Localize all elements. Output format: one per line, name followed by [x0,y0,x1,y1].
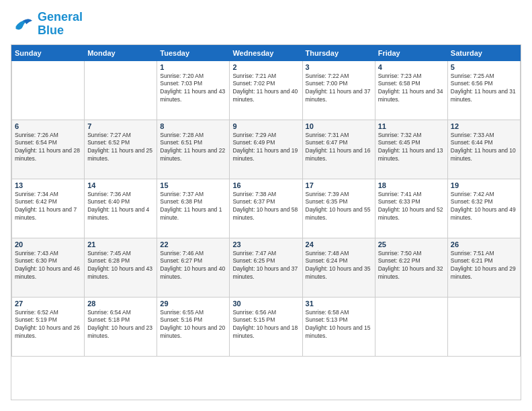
day-number: 28 [87,300,154,308]
calendar-week-4: 20Sunrise: 7:43 AM Sunset: 6:30 PM Dayli… [12,238,521,297]
day-info: Sunrise: 7:42 AM Sunset: 6:32 PM Dayligh… [451,191,517,223]
calendar-cell: 12Sunrise: 7:33 AM Sunset: 6:44 PM Dayli… [447,120,520,179]
day-info: Sunrise: 7:33 AM Sunset: 6:44 PM Dayligh… [451,132,517,164]
calendar-cell: 19Sunrise: 7:42 AM Sunset: 6:32 PM Dayli… [447,179,520,238]
day-info: Sunrise: 7:37 AM Sunset: 6:38 PM Dayligh… [160,191,226,223]
day-number: 10 [306,122,372,130]
day-number: 3 [306,63,372,71]
weekday-tuesday: Tuesday [157,45,230,60]
calendar-cell: 6Sunrise: 7:26 AM Sunset: 6:54 PM Daylig… [12,120,85,179]
weekday-header: SundayMondayTuesdayWednesdayThursdayFrid… [12,45,521,60]
calendar-cell: 4Sunrise: 7:23 AM Sunset: 6:58 PM Daylig… [375,60,447,120]
day-number: 29 [160,300,226,308]
calendar-cell: 29Sunrise: 6:55 AM Sunset: 5:16 PM Dayli… [157,297,230,356]
day-number: 7 [87,122,154,130]
day-info: Sunrise: 7:46 AM Sunset: 6:27 PM Dayligh… [160,250,226,282]
calendar-cell: 30Sunrise: 6:56 AM Sunset: 5:15 PM Dayli… [230,297,302,356]
calendar-cell: 7Sunrise: 7:27 AM Sunset: 6:52 PM Daylig… [85,120,157,179]
day-info: Sunrise: 7:31 AM Sunset: 6:47 PM Dayligh… [306,132,372,164]
calendar-cell: 2Sunrise: 7:21 AM Sunset: 7:02 PM Daylig… [230,60,302,120]
day-number: 14 [87,181,154,189]
day-number: 13 [15,181,81,189]
day-number: 9 [232,122,299,130]
day-info: Sunrise: 7:45 AM Sunset: 6:28 PM Dayligh… [87,250,154,282]
day-info: Sunrise: 7:28 AM Sunset: 6:51 PM Dayligh… [160,132,226,164]
day-number: 25 [378,240,445,248]
calendar-cell: 3Sunrise: 7:22 AM Sunset: 7:00 PM Daylig… [302,60,375,120]
day-info: Sunrise: 7:51 AM Sunset: 6:21 PM Dayligh… [451,250,517,282]
day-info: Sunrise: 6:55 AM Sunset: 5:16 PM Dayligh… [160,309,226,341]
day-info: Sunrise: 7:32 AM Sunset: 6:45 PM Dayligh… [378,132,445,164]
weekday-thursday: Thursday [302,45,375,60]
calendar-cell: 11Sunrise: 7:32 AM Sunset: 6:45 PM Dayli… [375,120,447,179]
day-info: Sunrise: 7:23 AM Sunset: 6:58 PM Dayligh… [378,73,445,105]
day-number: 21 [87,240,154,248]
calendar: SundayMondayTuesdayWednesdayThursdayFrid… [11,44,521,400]
day-info: Sunrise: 7:50 AM Sunset: 6:22 PM Dayligh… [378,250,445,282]
weekday-monday: Monday [85,45,157,60]
day-number: 12 [451,122,517,130]
calendar-week-5: 27Sunrise: 6:52 AM Sunset: 5:19 PM Dayli… [12,297,521,356]
day-number: 26 [451,240,517,248]
calendar-cell: 26Sunrise: 7:51 AM Sunset: 6:21 PM Dayli… [447,238,520,297]
day-number: 15 [160,181,226,189]
weekday-wednesday: Wednesday [230,45,302,60]
day-info: Sunrise: 6:58 AM Sunset: 5:13 PM Dayligh… [306,309,372,341]
day-info: Sunrise: 7:47 AM Sunset: 6:25 PM Dayligh… [232,250,299,282]
day-number: 19 [451,181,517,189]
calendar-cell: 20Sunrise: 7:43 AM Sunset: 6:30 PM Dayli… [12,238,85,297]
page: General Blue SundayMondayTuesdayWednesda… [0,0,532,411]
logo-text: General Blue [38,11,83,38]
calendar-week-1: 1Sunrise: 7:20 AM Sunset: 7:03 PM Daylig… [12,60,521,120]
calendar-cell: 13Sunrise: 7:34 AM Sunset: 6:42 PM Dayli… [12,179,85,238]
calendar-cell [12,60,85,120]
calendar-cell: 14Sunrise: 7:36 AM Sunset: 6:40 PM Dayli… [85,179,157,238]
calendar-cell: 9Sunrise: 7:29 AM Sunset: 6:49 PM Daylig… [230,120,302,179]
day-info: Sunrise: 6:52 AM Sunset: 5:19 PM Dayligh… [15,309,81,341]
calendar-cell [85,60,157,120]
day-number: 16 [232,181,299,189]
calendar-cell: 17Sunrise: 7:39 AM Sunset: 6:35 PM Dayli… [302,179,375,238]
calendar-cell: 10Sunrise: 7:31 AM Sunset: 6:47 PM Dayli… [302,120,375,179]
logo-icon [11,15,35,34]
day-number: 17 [306,181,372,189]
day-number: 23 [232,240,299,248]
day-info: Sunrise: 7:38 AM Sunset: 6:37 PM Dayligh… [232,191,299,223]
weekday-sunday: Sunday [12,45,85,60]
calendar-cell: 25Sunrise: 7:50 AM Sunset: 6:22 PM Dayli… [375,238,447,297]
day-number: 4 [378,63,445,71]
day-info: Sunrise: 7:43 AM Sunset: 6:30 PM Dayligh… [15,250,81,282]
day-number: 1 [160,63,226,71]
calendar-cell: 18Sunrise: 7:41 AM Sunset: 6:33 PM Dayli… [375,179,447,238]
calendar-cell: 15Sunrise: 7:37 AM Sunset: 6:38 PM Dayli… [157,179,230,238]
calendar-cell: 1Sunrise: 7:20 AM Sunset: 7:03 PM Daylig… [157,60,230,120]
calendar-cell: 27Sunrise: 6:52 AM Sunset: 5:19 PM Dayli… [12,297,85,356]
day-info: Sunrise: 7:22 AM Sunset: 7:00 PM Dayligh… [306,73,372,105]
day-number: 22 [160,240,226,248]
day-number: 8 [160,122,226,130]
calendar-cell: 21Sunrise: 7:45 AM Sunset: 6:28 PM Dayli… [85,238,157,297]
day-info: Sunrise: 7:39 AM Sunset: 6:35 PM Dayligh… [306,191,372,223]
calendar-cell [375,297,447,356]
calendar-cell: 23Sunrise: 7:47 AM Sunset: 6:25 PM Dayli… [230,238,302,297]
calendar-week-2: 6Sunrise: 7:26 AM Sunset: 6:54 PM Daylig… [12,120,521,179]
calendar-cell: 16Sunrise: 7:38 AM Sunset: 6:37 PM Dayli… [230,179,302,238]
calendar-body: 1Sunrise: 7:20 AM Sunset: 7:03 PM Daylig… [12,60,521,356]
day-number: 31 [306,300,372,308]
calendar-cell: 31Sunrise: 6:58 AM Sunset: 5:13 PM Dayli… [302,297,375,356]
day-number: 11 [378,122,445,130]
day-number: 2 [232,63,299,71]
day-info: Sunrise: 6:56 AM Sunset: 5:15 PM Dayligh… [232,309,299,341]
day-number: 5 [451,63,517,71]
day-info: Sunrise: 7:25 AM Sunset: 6:56 PM Dayligh… [451,73,517,105]
calendar-cell: 24Sunrise: 7:48 AM Sunset: 6:24 PM Dayli… [302,238,375,297]
day-info: Sunrise: 7:36 AM Sunset: 6:40 PM Dayligh… [87,191,154,223]
weekday-saturday: Saturday [447,45,520,60]
day-info: Sunrise: 7:21 AM Sunset: 7:02 PM Dayligh… [232,73,299,105]
day-info: Sunrise: 7:27 AM Sunset: 6:52 PM Dayligh… [87,132,154,164]
header: General Blue [11,11,521,38]
calendar-cell: 8Sunrise: 7:28 AM Sunset: 6:51 PM Daylig… [157,120,230,179]
day-number: 24 [306,240,372,248]
weekday-friday: Friday [375,45,447,60]
calendar-week-3: 13Sunrise: 7:34 AM Sunset: 6:42 PM Dayli… [12,179,521,238]
